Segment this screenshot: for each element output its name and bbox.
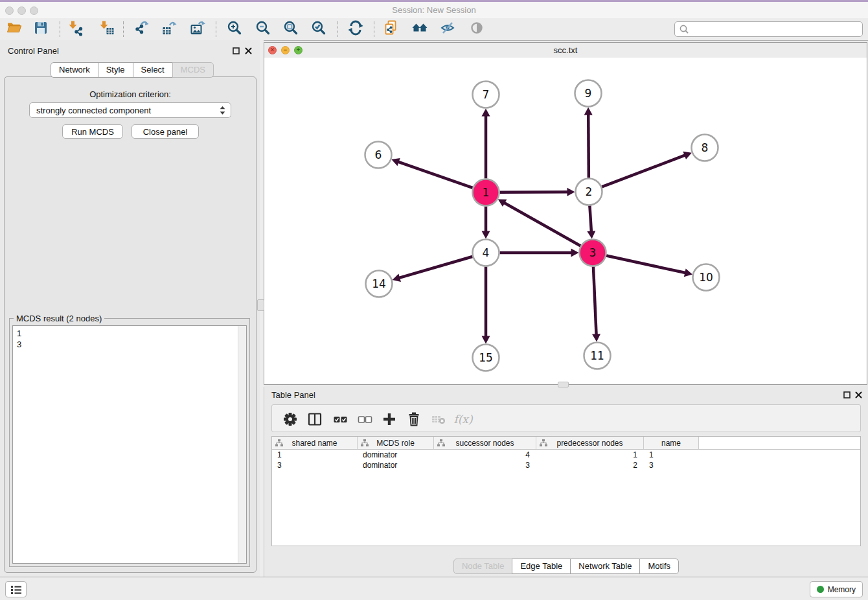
close-table-panel-button[interactable]	[854, 391, 863, 399]
graph-node-14[interactable]: 14	[366, 271, 393, 297]
function-builder-button[interactable]: f(x)	[454, 410, 472, 428]
graph-edge-3-11[interactable]	[593, 266, 597, 335]
refresh-layout-button[interactable]	[347, 20, 365, 38]
svg-text:1: 1	[483, 186, 490, 199]
graph-node-3[interactable]: 3	[580, 240, 606, 266]
column-header-MCDS-role[interactable]: MCDS role	[358, 437, 434, 449]
zoom-selected-button[interactable]	[310, 20, 328, 38]
show-details-button[interactable]	[468, 20, 486, 38]
close-panel-button[interactable]	[244, 47, 253, 55]
column-header-name[interactable]: name	[644, 437, 699, 449]
tab-select[interactable]: Select	[133, 62, 173, 78]
column-header-predecessor-nodes[interactable]: predecessor nodes	[536, 437, 644, 449]
save-session-button[interactable]	[32, 20, 50, 38]
tab-style[interactable]: Style	[98, 62, 133, 78]
export-table-button[interactable]	[160, 20, 178, 38]
cell: 3	[644, 461, 699, 470]
graph-edge-arrowhead	[393, 273, 401, 281]
cell: 1	[644, 450, 699, 459]
list-icon	[9, 583, 23, 596]
graph-edge-1-2[interactable]	[499, 192, 568, 192]
task-history-button[interactable]	[5, 581, 27, 597]
eye-slash-icon	[439, 19, 456, 39]
mcds-result-box: 13	[12, 325, 247, 564]
graph-edge-3-10[interactable]	[606, 256, 686, 273]
graph-node-2[interactable]: 2	[576, 179, 602, 205]
table-settings-button[interactable]	[281, 410, 299, 428]
import-network-icon	[67, 19, 84, 39]
control-panel-tabs: NetworkStyleSelectMCDS	[51, 62, 214, 78]
hierarchy-icon	[437, 439, 445, 448]
import-network-button[interactable]	[67, 20, 85, 38]
svg-text:10: 10	[699, 271, 713, 284]
splitter-grip-vertical[interactable]	[257, 299, 264, 311]
tab-network[interactable]: Network	[51, 62, 98, 78]
tab-edge-table[interactable]: Edge Table	[512, 559, 571, 574]
graph-edge-1-6[interactable]	[398, 161, 473, 188]
open-session-button[interactable]	[5, 20, 23, 38]
tab-network-table[interactable]: Network Table	[570, 559, 640, 574]
network-graph[interactable]: 7968124314101511	[264, 58, 867, 384]
graph-node-10[interactable]: 10	[693, 264, 720, 291]
column-header-shared-name[interactable]: shared name	[272, 437, 358, 449]
deselect-all-button[interactable]	[356, 410, 374, 428]
float-table-panel-button[interactable]	[843, 391, 851, 399]
home-neighbors-button[interactable]	[411, 20, 429, 38]
duplicate-network-button[interactable]	[382, 20, 400, 38]
tab-motifs[interactable]: Motifs	[639, 559, 679, 574]
add-column-button[interactable]	[380, 410, 398, 428]
graph-node-15[interactable]: 15	[473, 345, 499, 371]
graph-node-1[interactable]: 1	[473, 179, 499, 206]
graph-node-11[interactable]: 11	[584, 343, 611, 369]
graph-node-9[interactable]: 9	[575, 80, 602, 107]
close-mcds-panel-button[interactable]: Close panel	[131, 124, 199, 139]
hierarchy-icon	[540, 439, 547, 448]
graph-edge-2-9[interactable]	[588, 113, 589, 178]
header-filler	[699, 437, 860, 449]
table-row[interactable]: 3dominator323	[272, 460, 860, 470]
zoom-out-button[interactable]	[254, 20, 272, 38]
toolbar-separator	[216, 21, 216, 37]
graph-edge-2-3[interactable]	[589, 205, 591, 232]
graph-node-4[interactable]: 4	[473, 240, 499, 266]
graph-node-6[interactable]: 6	[365, 142, 392, 168]
graph-edge-arrowhead	[482, 336, 490, 344]
search-field[interactable]	[674, 21, 863, 37]
graph-edge-4-14[interactable]	[398, 257, 472, 278]
result-scrollbar[interactable]	[238, 326, 246, 563]
chevron-up-down-icon	[220, 106, 225, 115]
network-window-titlebar[interactable]: ✕ − + scc.txt	[264, 43, 867, 58]
table-header-row: shared nameMCDS rolesuccessor nodesprede…	[272, 437, 860, 450]
run-mcds-button[interactable]: Run MCDS	[62, 124, 123, 139]
table-panel-tabs: Node TableEdge TableNetwork TableMotifs	[264, 559, 868, 574]
graph-node-8[interactable]: 8	[692, 135, 718, 161]
export-image-button[interactable]	[188, 20, 207, 38]
graph-edge-2-8[interactable]	[602, 155, 685, 187]
hide-selected-button[interactable]	[439, 20, 457, 38]
network-canvas[interactable]: 7968124314101511	[264, 58, 867, 384]
open-folder-icon	[6, 19, 23, 39]
split-columns-button[interactable]	[306, 410, 324, 428]
mcds-result-list: 13	[13, 326, 238, 563]
import-table-button[interactable]	[98, 20, 116, 38]
tab-node-table[interactable]: Node Table	[453, 559, 513, 574]
zoom-in-button[interactable]	[225, 20, 244, 38]
zoom-fit-button[interactable]	[282, 20, 300, 38]
memory-button[interactable]: Memory	[810, 581, 863, 597]
column-header-successor-nodes[interactable]: successor nodes	[434, 437, 536, 449]
search-input[interactable]	[692, 23, 862, 36]
tab-mcds[interactable]: MCDS	[172, 62, 214, 78]
delete-table-button[interactable]	[429, 410, 448, 428]
export-network-button[interactable]	[132, 20, 150, 38]
graph-edge-arrowhead	[482, 109, 490, 117]
float-panel-button[interactable]	[232, 47, 240, 55]
graph-edge-arrowhead	[587, 231, 595, 238]
delete-column-button[interactable]	[405, 410, 423, 428]
splitter-grip-horizontal[interactable]	[558, 382, 569, 387]
graph-edge-3-1[interactable]	[503, 202, 580, 246]
table-row[interactable]: 1dominator411	[272, 450, 860, 460]
graph-node-7[interactable]: 7	[473, 82, 499, 108]
select-all-button[interactable]	[331, 410, 349, 428]
criterion-dropdown[interactable]: strongly connected component	[29, 102, 231, 118]
network-view-window: ✕ − + scc.txt 7968124314101511	[264, 42, 867, 385]
